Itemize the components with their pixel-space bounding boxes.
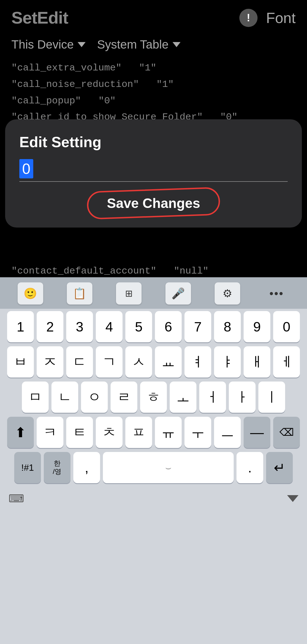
korean-row-3: ⬆ ㅋ ㅌ ㅊ ㅍ ㅠ ㅜ ㅡ — ⌫: [3, 417, 304, 448]
key-3[interactable]: 3: [66, 311, 93, 342]
key-bieup[interactable]: ㅂ: [7, 346, 34, 378]
key-4[interactable]: 4: [96, 311, 123, 342]
korean-row-2: ㅁ ㄴ ㅇ ㄹ ㅎ ㅗ ㅓ ㅏ ㅣ: [3, 382, 304, 413]
key-5[interactable]: 5: [125, 311, 152, 342]
key-giyeok[interactable]: ㄱ: [96, 346, 123, 378]
mic-button[interactable]: 🎤: [165, 282, 191, 305]
top-bar: SetEdit ! Font: [0, 0, 307, 32]
comma-key[interactable]: ,: [73, 452, 100, 483]
korean-row-1: ㅂ ㅈ ㄷ ㄱ ㅅ ㅛ ㅕ ㅑ ㅐ ㅔ: [3, 346, 304, 378]
content-line-3: "call_popup" "0": [11, 93, 296, 109]
lang-switch-key[interactable]: 한/영: [44, 452, 70, 483]
key-e[interactable]: ㅔ: [273, 346, 300, 378]
key-dash[interactable]: —: [244, 417, 270, 448]
key-9[interactable]: 9: [244, 311, 270, 342]
app-title: SetEdit: [11, 8, 68, 28]
dialog-input-row: 0: [19, 159, 288, 178]
key-a[interactable]: ㅏ: [229, 382, 256, 413]
dialog-input-value[interactable]: 0: [19, 159, 33, 178]
space-key[interactable]: ⌣: [103, 452, 234, 483]
key-pieup[interactable]: ㅍ: [125, 417, 152, 448]
keyboard-toolbar: 🙂 📋 ⊞ 🎤 ⚙ •••: [0, 277, 307, 309]
keyboard-area: 🙂 📋 ⊞ 🎤 ⚙ ••• 1 2 3 4 5 6 7 8 9 0: [0, 277, 307, 644]
clipboard-button[interactable]: 📋: [67, 282, 92, 305]
numpad-button[interactable]: ⊞: [116, 282, 142, 305]
key-nieun[interactable]: ㄴ: [51, 382, 78, 413]
key-1[interactable]: 1: [7, 311, 34, 342]
keyboard-bottom-bar: ⌨: [0, 487, 307, 510]
key-siot[interactable]: ㅅ: [125, 346, 152, 378]
dialog-title: Edit Setting: [19, 134, 288, 151]
settings-button[interactable]: ⚙: [215, 282, 240, 305]
key-o[interactable]: ㅗ: [170, 382, 196, 413]
top-bar-right: ! Font: [239, 9, 296, 27]
key-2[interactable]: 2: [37, 311, 63, 342]
key-i[interactable]: ㅣ: [258, 382, 285, 413]
save-btn-wrapper: Save Changes: [19, 192, 288, 214]
number-row: 1 2 3 4 5 6 7 8 9 0: [3, 311, 304, 342]
key-yu[interactable]: ㅠ: [155, 417, 182, 448]
system-table-dropdown-arrow: [173, 42, 181, 47]
key-yeo[interactable]: ㅕ: [184, 346, 211, 378]
dialog-underline: [19, 181, 288, 182]
font-button[interactable]: Font: [266, 9, 296, 26]
emoji-button[interactable]: 🙂: [18, 282, 43, 305]
system-table-label: System Table: [97, 38, 168, 51]
key-ieung[interactable]: ㅇ: [81, 382, 108, 413]
key-6[interactable]: 6: [155, 311, 182, 342]
edit-setting-dialog: Edit Setting 0 Save Changes: [5, 119, 302, 228]
system-table-dropdown[interactable]: System Table: [97, 38, 180, 51]
key-7[interactable]: 7: [184, 311, 211, 342]
key-ae[interactable]: ㅐ: [244, 346, 270, 378]
key-rieul[interactable]: ㄹ: [111, 382, 137, 413]
period-key[interactable]: .: [237, 452, 263, 483]
device-label: This Device: [11, 38, 74, 51]
keyboard-rows: 1 2 3 4 5 6 7 8 9 0 ㅂ ㅈ ㄷ ㄱ ㅅ ㅛ ㅕ ㅑ ㅐ ㅔ …: [0, 309, 307, 483]
key-kieuk[interactable]: ㅋ: [37, 417, 63, 448]
content-line-2: "call_noise_reduction" "1": [11, 76, 296, 93]
key-u[interactable]: ㅜ: [184, 417, 211, 448]
save-changes-button[interactable]: Save Changes: [96, 192, 211, 214]
key-eo[interactable]: ㅓ: [199, 382, 226, 413]
key-tieut[interactable]: ㅌ: [66, 417, 93, 448]
backspace-key[interactable]: ⌫: [273, 417, 300, 448]
device-dropdown[interactable]: This Device: [11, 38, 86, 51]
key-yo[interactable]: ㅛ: [155, 346, 182, 378]
device-dropdown-arrow: [78, 42, 86, 47]
key-0[interactable]: 0: [273, 311, 300, 342]
key-chieut[interactable]: ㅊ: [96, 417, 123, 448]
key-8[interactable]: 8: [214, 311, 241, 342]
key-ya[interactable]: ㅑ: [214, 346, 241, 378]
dropdown-row: This Device System Table: [0, 32, 307, 57]
bottom-row: !#1 한/영 , ⌣ . ↵: [3, 452, 304, 483]
keyboard-hide-button[interactable]: [287, 495, 298, 502]
keyboard-grid-icon[interactable]: ⌨: [9, 492, 24, 505]
enter-key[interactable]: ↵: [266, 452, 293, 483]
more-button[interactable]: •••: [264, 282, 289, 305]
key-eu[interactable]: ㅡ: [214, 417, 241, 448]
special-chars-key[interactable]: !#1: [14, 452, 41, 483]
content-line-1: "call_extra_volume" "1": [11, 60, 296, 76]
key-jieut[interactable]: ㅈ: [37, 346, 63, 378]
key-hieut[interactable]: ㅎ: [140, 382, 167, 413]
shift-key[interactable]: ⬆: [7, 417, 34, 448]
warning-icon[interactable]: !: [239, 9, 258, 27]
key-mieum[interactable]: ㅁ: [22, 382, 49, 413]
key-digeut[interactable]: ㄷ: [66, 346, 93, 378]
